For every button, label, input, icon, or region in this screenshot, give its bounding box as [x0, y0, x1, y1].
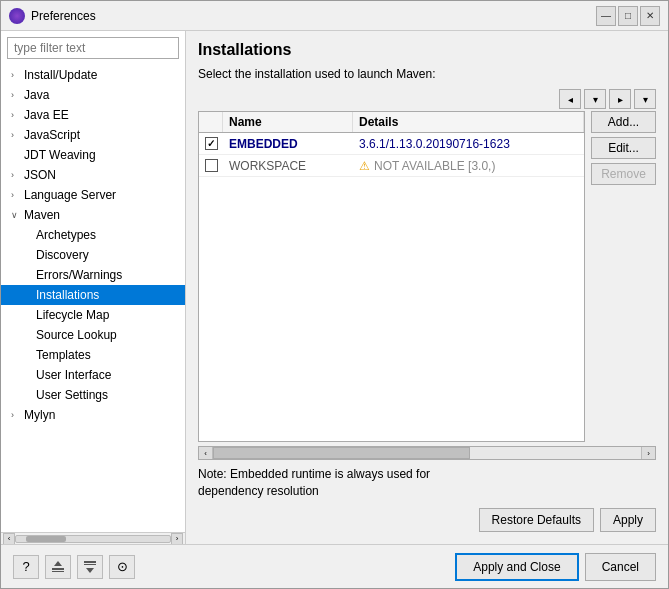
sidebar-label: JSON: [24, 168, 56, 182]
row-name-workspace: WORKSPACE: [223, 157, 353, 175]
hscroll-left-arrow[interactable]: ‹: [199, 447, 213, 459]
arrow-icon: ›: [11, 410, 21, 420]
hscroll-thumb[interactable]: [213, 447, 470, 459]
sidebar-label: Install/Update: [24, 68, 97, 82]
row-name-embedded: EMBEDDED: [223, 135, 353, 153]
close-button[interactable]: ✕: [640, 6, 660, 26]
scroll-right-arrow[interactable]: ›: [171, 533, 183, 545]
row-details-workspace: ⚠ NOT AVAILABLE [3.0,): [353, 157, 584, 175]
sidebar-item-source-lookup[interactable]: Source Lookup: [1, 325, 185, 345]
sidebar-item-discovery[interactable]: Discovery: [1, 245, 185, 265]
side-buttons: Add... Edit... Remove: [591, 111, 656, 442]
note-text: Note: Embedded runtime is always used fo…: [198, 466, 656, 500]
help-button[interactable]: ?: [13, 555, 39, 579]
hscroll-track[interactable]: [213, 447, 641, 459]
checkbox-checked-icon[interactable]: [205, 137, 218, 150]
table-header: Name Details: [199, 112, 584, 133]
minimize-button[interactable]: —: [596, 6, 616, 26]
apply-button[interactable]: Apply: [600, 508, 656, 532]
horizontal-scrollbar[interactable]: ‹ ›: [1, 532, 185, 544]
remove-button[interactable]: Remove: [591, 163, 656, 185]
sidebar-item-javascript[interactable]: › JavaScript: [1, 125, 185, 145]
scroll-thumb[interactable]: [26, 536, 66, 542]
nav-forward-button[interactable]: ▸: [609, 89, 631, 109]
svg-rect-3: [84, 561, 96, 563]
note-line1: Note: Embedded runtime is always used fo…: [198, 467, 430, 498]
sidebar-item-installations[interactable]: Installations: [1, 285, 185, 305]
row-checkbox-embedded[interactable]: [199, 135, 223, 152]
window-controls: — □ ✕: [596, 6, 660, 26]
sidebar-item-language-server[interactable]: › Language Server: [1, 185, 185, 205]
sidebar-item-jdt-weaving[interactable]: JDT Weaving: [1, 145, 185, 165]
sidebar-item-json[interactable]: › JSON: [1, 165, 185, 185]
nav-back-button[interactable]: ◂: [559, 89, 581, 109]
sidebar-label: User Settings: [36, 388, 108, 402]
arrow-icon: ›: [11, 190, 21, 200]
sidebar-label: Language Server: [24, 188, 116, 202]
edit-button[interactable]: Edit...: [591, 137, 656, 159]
scroll-track[interactable]: [15, 535, 171, 543]
sidebar-item-archetypes[interactable]: Archetypes: [1, 225, 185, 245]
arrow-icon: ›: [11, 90, 21, 100]
arrow-icon: ∨: [11, 210, 21, 220]
sidebar-label: Lifecycle Map: [36, 308, 109, 322]
sidebar-item-mylyn[interactable]: › Mylyn: [1, 405, 185, 425]
scroll-left-arrow[interactable]: ‹: [3, 533, 15, 545]
sidebar-item-errors-warnings[interactable]: Errors/Warnings: [1, 265, 185, 285]
panel-description: Select the installation used to launch M…: [198, 67, 656, 81]
sidebar-label: Installations: [36, 288, 99, 302]
sidebar-label: Source Lookup: [36, 328, 117, 342]
table-hscrollbar[interactable]: ‹ ›: [198, 446, 656, 460]
not-available-text: NOT AVAILABLE [3.0,): [374, 159, 495, 173]
arrow-icon: ›: [11, 110, 21, 120]
warning-icon: ⚠: [359, 159, 370, 173]
table-row[interactable]: EMBEDDED 3.6.1/1.13.0.20190716-1623: [199, 133, 584, 155]
sidebar-label: Mylyn: [24, 408, 55, 422]
version-text: 3.6.1/1.13.0.20190716-1623: [359, 137, 510, 151]
filter-input[interactable]: [7, 37, 179, 59]
sidebar-item-user-interface[interactable]: User Interface: [1, 365, 185, 385]
sidebar-item-java-ee[interactable]: › Java EE: [1, 105, 185, 125]
header-name: Name: [223, 112, 353, 132]
sidebar-label: Templates: [36, 348, 91, 362]
table-row[interactable]: WORKSPACE ⚠ NOT AVAILABLE [3.0,): [199, 155, 584, 177]
arrow-icon: ›: [11, 170, 21, 180]
footer-left: ? ⊙: [13, 555, 135, 579]
right-panel: Installations Select the installation us…: [186, 31, 668, 544]
export-button[interactable]: [45, 555, 71, 579]
maximize-button[interactable]: □: [618, 6, 638, 26]
sidebar-item-install-update[interactable]: › Install/Update: [1, 65, 185, 85]
panel-title: Installations: [198, 41, 656, 59]
sidebar-item-java[interactable]: › Java: [1, 85, 185, 105]
apply-and-close-button[interactable]: Apply and Close: [455, 553, 578, 581]
sidebar-label: Java EE: [24, 108, 69, 122]
hscroll-right-arrow[interactable]: ›: [641, 447, 655, 459]
add-button[interactable]: Add...: [591, 111, 656, 133]
info-button[interactable]: ⊙: [109, 555, 135, 579]
cancel-button[interactable]: Cancel: [585, 553, 656, 581]
row-checkbox-workspace[interactable]: [199, 157, 223, 174]
toolbar-row: ◂ ▾ ▸ ▾: [198, 89, 656, 109]
arrow-icon: ›: [11, 70, 21, 80]
nav-dropdown-button[interactable]: ▾: [584, 89, 606, 109]
tree-container: › Install/Update › Java › Java EE › Java…: [1, 65, 185, 532]
sidebar-item-maven[interactable]: ∨ Maven: [1, 205, 185, 225]
import-button[interactable]: [77, 555, 103, 579]
main-content: › Install/Update › Java › Java EE › Java…: [1, 31, 668, 544]
svg-marker-2: [54, 561, 62, 566]
import-icon: [83, 560, 97, 574]
svg-rect-4: [84, 564, 96, 565]
svg-rect-0: [52, 568, 64, 570]
sidebar-label: Maven: [24, 208, 60, 222]
restore-defaults-button[interactable]: Restore Defaults: [479, 508, 594, 532]
sidebar-item-templates[interactable]: Templates: [1, 345, 185, 365]
arrow-icon: ›: [11, 130, 21, 140]
svg-rect-1: [52, 571, 64, 572]
sidebar-item-lifecycle-map[interactable]: Lifecycle Map: [1, 305, 185, 325]
sidebar-item-user-settings[interactable]: User Settings: [1, 385, 185, 405]
sidebar-label: Discovery: [36, 248, 89, 262]
checkbox-unchecked-icon[interactable]: [205, 159, 218, 172]
nav-forward-dropdown-button[interactable]: ▾: [634, 89, 656, 109]
app-icon: [9, 8, 25, 24]
sidebar-label: User Interface: [36, 368, 111, 382]
